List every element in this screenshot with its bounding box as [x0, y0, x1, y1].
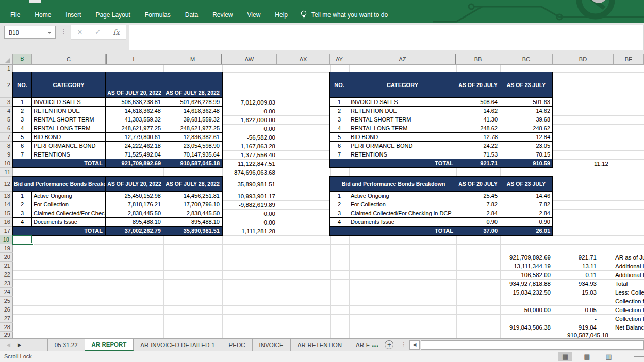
ribbon-tab-file[interactable]: File [3, 6, 27, 23]
R-row6-v2[interactable]: 248.62 [500, 124, 553, 133]
R2-row13-no[interactable]: 1 [330, 192, 349, 200]
row-header-5[interactable]: 5 [0, 115, 13, 124]
zoom-out-icon[interactable]: — [624, 354, 630, 359]
sheet-tab-invoice[interactable]: INVOICE [253, 339, 291, 351]
cell-AW7[interactable]: -56,582.00 [222, 133, 277, 142]
L2-row13-no[interactable]: 1 [13, 192, 32, 200]
L-row4-v1[interactable]: 14,618,362.48 [106, 107, 163, 115]
sheet-tab-pedc[interactable]: PEDC [222, 339, 253, 351]
cell-AW4[interactable]: 0.00 [222, 107, 277, 115]
row-header-15[interactable]: 15 [0, 209, 13, 218]
row-header-24[interactable]: 24 [0, 288, 13, 297]
cell-AW9[interactable]: 1,377,556.40 [222, 150, 277, 159]
row-header-29[interactable]: 29 [0, 332, 13, 338]
row-header-2[interactable]: 2 [0, 72, 13, 98]
R-row8-no[interactable]: 6 [330, 142, 349, 150]
R-row9-category[interactable]: RETENTIONS [349, 150, 456, 159]
L-row7-category[interactable]: BID BOND [32, 133, 106, 142]
R-header-c2[interactable]: AS OF 23 JULY [500, 72, 553, 98]
R-row3-v1[interactable]: 508.64 [456, 98, 500, 107]
R-row4-no[interactable]: 2 [330, 107, 349, 115]
R-row4-category[interactable]: RETENTION DUE [349, 107, 456, 115]
L-row6-v1[interactable]: 248,621,977.25 [106, 124, 163, 133]
sheet-tab-ar-f[interactable]: AR-F [349, 339, 372, 351]
L-row7-v1[interactable]: 12,779,800.61 [106, 133, 163, 142]
L2-row16-category[interactable]: Documents Issue [32, 218, 106, 227]
cell-BD25[interactable]: - [553, 297, 614, 305]
row-header-8[interactable]: 8 [0, 142, 13, 150]
R2-title[interactable]: Bid and Performance Bonds Breakdown [330, 177, 456, 192]
L-row8-v2[interactable]: 23,054,598.90 [163, 142, 222, 150]
row-header-3[interactable]: 3 [0, 98, 13, 107]
R-row8-category[interactable]: PERFORMANCE BOND [349, 142, 456, 150]
cell-BE22[interactable]: Additional I [615, 270, 644, 279]
L2-row15-category[interactable]: Claimed Collected/For Checking in DCP [32, 209, 106, 218]
sheet-tab-ar-invoiced-detailed-1[interactable]: AR-INVOICED DETAILED-1 [134, 339, 222, 351]
cell-BC23[interactable]: 934,927,818.88 [500, 279, 553, 288]
cell-BD29[interactable]: 910,587,045.18 [553, 332, 614, 338]
column-header-AX[interactable]: AX [277, 54, 330, 65]
R-row8-v2[interactable]: 23.05 [500, 142, 553, 150]
cell-AW6[interactable]: 0.00 [222, 124, 277, 133]
L-row5-category[interactable]: RENTAL SHORT TERM [32, 115, 106, 124]
R-row5-v1[interactable]: 41.30 [456, 115, 500, 124]
L-row5-no[interactable]: 3 [13, 115, 32, 124]
L2-row14-v1[interactable]: 7,818,176.21 [106, 200, 163, 209]
R2-row13-v1[interactable]: 25.45 [456, 192, 500, 200]
row-header-21[interactable]: 21 [0, 262, 13, 270]
R-total-v1[interactable]: 921.71 [456, 159, 500, 168]
row-header-13[interactable]: 13 [0, 192, 13, 200]
row-header-10[interactable]: 10 [0, 159, 13, 168]
R2-header-c2[interactable]: AS OF 23 JULY [500, 177, 553, 192]
R-total-v2[interactable]: 910.59 [500, 159, 553, 168]
L-row3-no[interactable]: 1 [13, 98, 32, 107]
cell-AW11[interactable]: 874,696,063.68 [222, 168, 277, 177]
column-header-AY[interactable]: AY [330, 54, 349, 65]
L2-total-label[interactable]: TOTAL [13, 227, 106, 235]
L-header-c1[interactable]: AS OF JULY 20, 2022 [106, 72, 163, 98]
ribbon-tab-formulas[interactable]: Formulas [138, 6, 178, 23]
L2-row16-v1[interactable]: 895,488.10 [106, 218, 163, 227]
L-header-no[interactable]: NO. [13, 72, 32, 98]
R2-header-c1[interactable]: AS OF 20 JULY [456, 177, 500, 192]
hscroll-left-button[interactable]: ◀ [409, 340, 420, 350]
L2-total-v1[interactable]: 37,002,262.79 [106, 227, 163, 235]
L-total-v2[interactable]: 910,587,045.18 [163, 159, 222, 168]
zoom-slider-track[interactable] [634, 356, 644, 357]
insert-function-icon[interactable]: fx [113, 28, 120, 36]
cell-BD22[interactable]: 0.11 [553, 270, 614, 279]
row-header-9[interactable]: 9 [0, 150, 13, 159]
R2-total-v1[interactable]: 37.00 [456, 227, 500, 235]
R2-row15-category[interactable]: Claimed Collected/For Checking in DCP [349, 209, 456, 218]
cancel-icon[interactable]: × [77, 28, 82, 37]
row-header-16[interactable]: 16 [0, 218, 13, 227]
row-header-19[interactable]: 19 [0, 244, 13, 253]
L-row3-v1[interactable]: 508,638,238.81 [106, 98, 163, 107]
L-row4-category[interactable]: RETENTION DUE [32, 107, 106, 115]
L2-row15-v2[interactable]: 2,838,445.50 [163, 209, 222, 218]
ribbon-tab-help[interactable]: Help [268, 6, 295, 23]
R2-row16-v2[interactable]: 0.90 [500, 218, 553, 227]
cell-AW15[interactable]: 0.00 [222, 209, 277, 218]
cell-BC26[interactable]: 50,000.00 [500, 305, 553, 314]
sheet-tab-ar-report[interactable]: AR REPORT [85, 339, 134, 351]
L-header-c2[interactable]: AS OF JULY 28, 2022 [163, 72, 222, 98]
R2-row16-no[interactable]: 4 [330, 218, 349, 227]
ribbon-tab-review[interactable]: Review [205, 6, 240, 23]
L-row5-v1[interactable]: 41,303,559.32 [106, 115, 163, 124]
cell-BE27[interactable]: Collection f [615, 314, 644, 323]
tell-me-box[interactable]: Tell me what you want to do [300, 10, 388, 19]
R-row6-v1[interactable]: 248.62 [456, 124, 500, 133]
row-header-25[interactable]: 25 [0, 297, 13, 305]
ribbon-tab-page-layout[interactable]: Page Layout [88, 6, 137, 23]
R2-row15-no[interactable]: 3 [330, 209, 349, 218]
R2-row14-category[interactable]: For Collection [349, 200, 456, 209]
L-row4-no[interactable]: 2 [13, 107, 32, 115]
L2-row14-category[interactable]: For Collection [32, 200, 106, 209]
cell-BE23[interactable]: Total [615, 279, 644, 288]
R2-row13-v2[interactable]: 14.46 [500, 192, 553, 200]
R2-row14-v2[interactable]: 7.82 [500, 200, 553, 209]
cell-BE25[interactable]: Collection f [615, 297, 644, 305]
cell-AW14[interactable]: -9,882,619.89 [222, 200, 277, 209]
column-header-BC[interactable]: BC [500, 54, 553, 65]
